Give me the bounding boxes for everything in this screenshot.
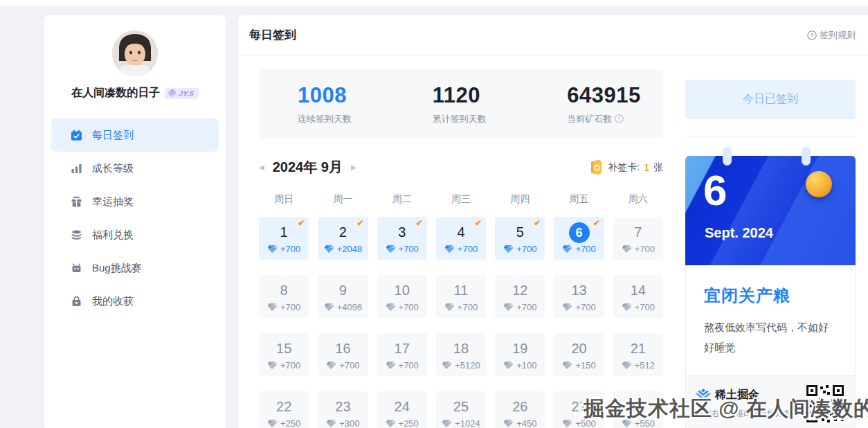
day-number: 8: [259, 280, 309, 301]
calendar-day-18[interactable]: 18+5120: [436, 333, 486, 376]
ore-gem-icon: [562, 361, 572, 370]
main-header: 每日签到 ? 签到规则: [238, 15, 868, 55]
calendar-day-28[interactable]: 28+550: [613, 391, 663, 428]
today-circle: 6: [569, 222, 590, 243]
calendar-day-24[interactable]: 24+250: [377, 391, 427, 428]
makeup-card-count: 1: [644, 162, 649, 173]
calendar-day-3[interactable]: 3✔+700: [377, 217, 427, 260]
calendar-day-12[interactable]: 12+700: [495, 275, 545, 318]
ore-gem-icon: [622, 244, 632, 253]
avatar[interactable]: [112, 30, 158, 76]
calendar-day-13[interactable]: 13+700: [554, 275, 604, 318]
calendar-day-27[interactable]: 27+500: [554, 391, 604, 428]
day-number: 21: [613, 338, 663, 359]
calendar-day-1[interactable]: 1✔+700: [259, 217, 309, 260]
sidebar-item-growth-level[interactable]: 成长等级: [51, 152, 219, 185]
panel-divider: [685, 136, 856, 136]
day-reward: +700: [259, 360, 309, 371]
info-circle-icon[interactable]: [615, 114, 624, 123]
calendar-day-16[interactable]: 16+700: [318, 333, 368, 376]
fortune-description: 熬夜低效率写代码，不如好好睡觉: [704, 318, 837, 357]
weekday-label: 周五: [554, 193, 604, 206]
calendar-day-7[interactable]: 7+700: [613, 217, 663, 260]
calendar-day-25[interactable]: 25+1024: [436, 391, 486, 428]
day-number: 14: [613, 280, 663, 301]
calendar-day-4[interactable]: 4✔+700: [436, 217, 486, 260]
prev-month-button[interactable]: ◀: [259, 164, 264, 171]
calendar-day-23[interactable]: 23+300: [318, 391, 368, 428]
check-icon: ✔: [416, 218, 423, 228]
calendar-day-14[interactable]: 14+700: [613, 275, 663, 318]
calendar-day-15[interactable]: 15+700: [259, 333, 309, 376]
calendar-day-10[interactable]: 10+700: [377, 275, 427, 318]
calendar-day-2[interactable]: 2✔+2048: [318, 217, 368, 260]
day-number: 18: [436, 338, 486, 359]
day-number: 23: [318, 396, 368, 417]
day-reward: +700: [377, 244, 427, 254]
ore-gem-icon: [267, 361, 278, 370]
calendar-day-6[interactable]: 6✔+700: [554, 217, 604, 260]
date-card: 6 Sept. 2024 宜闭关产粮 熬夜低效率写代码，不如好好睡觉 稀土掘金 …: [685, 156, 856, 428]
sidebar-item-daily-checkin[interactable]: 每日签到: [51, 118, 219, 152]
ore-gem-icon: [324, 303, 334, 312]
calendar-day-20[interactable]: 20+150: [554, 333, 604, 376]
sidebar-item-label: 我的收获: [92, 295, 134, 308]
calendar-day-19[interactable]: 19+100: [495, 333, 545, 376]
qr-code: [805, 384, 845, 424]
fortune-section: 宜闭关产粮 熬夜低效率写代码，不如好好睡觉: [685, 265, 856, 376]
weekday-label: 周日: [259, 193, 309, 206]
ore-gem-icon: [444, 244, 455, 253]
sidebar-item-welfare-exchange[interactable]: 福利兑换: [51, 218, 219, 251]
my-harvest-icon: [71, 296, 82, 307]
calendar-day-21[interactable]: 21+512: [613, 333, 663, 376]
bug-challenge-icon: [71, 262, 82, 274]
binder-ring: [802, 147, 811, 166]
makeup-card-info[interactable]: 补签卡: 1 张: [589, 159, 663, 175]
sidebar-item-label: 成长等级: [92, 162, 134, 175]
right-panel: 今日已签到 6 Sept. 2024 宜闭关产粮 熬夜低效率写代码，不如好好睡觉…: [685, 80, 856, 428]
sidebar-item-bug-challenge[interactable]: Bug挑战赛: [51, 251, 219, 285]
share-footer: 稀土掘金 扫描右侧二维码分享给好友: [685, 376, 856, 428]
juejin-logo-icon: [696, 389, 711, 402]
ore-gem-icon: [326, 361, 336, 370]
question-circle-icon: ?: [807, 30, 817, 40]
check-icon: ✔: [475, 218, 482, 228]
weekday-label: 周二: [377, 193, 427, 206]
day-reward: +700: [377, 360, 427, 371]
ore-gem-icon: [442, 419, 452, 428]
day-number: 15: [259, 338, 309, 359]
calendar-grid: 1✔+7002✔+20483✔+7004✔+7005✔+7006✔+7007+7…: [259, 217, 663, 428]
sidebar-item-label: 幸运抽奖: [92, 195, 134, 208]
day-reward: +700: [436, 244, 486, 254]
check-icon: ✔: [298, 218, 305, 228]
day-number: 13: [554, 280, 604, 301]
weekday-label: 周六: [613, 193, 663, 206]
lucky-draw-icon: [71, 196, 82, 208]
check-icon: ✔: [534, 218, 541, 228]
day-reward: +300: [318, 418, 368, 428]
day-reward: +700: [259, 302, 309, 312]
next-month-button[interactable]: ▶: [351, 164, 356, 171]
signed-today-button[interactable]: 今日已签到: [685, 80, 856, 119]
stat-ore-count: 643915 当前矿石数: [528, 83, 663, 125]
calendar-header: ◀ 2024年 9月 ▶ 补签卡: 1 张: [259, 158, 663, 177]
calendar-day-5[interactable]: 5✔+700: [495, 217, 545, 260]
day-reward: +450: [495, 418, 545, 428]
day-number: 12: [495, 280, 545, 301]
weekday-label: 周四: [495, 193, 545, 206]
calendar-day-11[interactable]: 11+700: [436, 275, 486, 318]
calendar-day-26[interactable]: 26+450: [495, 391, 545, 428]
day-reward: +700: [318, 360, 368, 371]
calendar-day-8[interactable]: 8+700: [259, 275, 309, 318]
sidebar-item-lucky-draw[interactable]: 幸运抽奖: [51, 185, 219, 218]
ore-gem-icon: [622, 303, 632, 312]
weekday-row: 周日周一周二周三周四周五周六: [259, 193, 663, 206]
calendar-day-17[interactable]: 17+700: [377, 333, 427, 376]
ore-gem-icon: [622, 419, 632, 428]
sidebar-item-my-harvest[interactable]: 我的收获: [51, 285, 219, 318]
level-badge: JY.5: [164, 88, 199, 99]
checkin-rules-link[interactable]: ? 签到规则: [807, 29, 856, 42]
calendar-day-22[interactable]: 22+250: [259, 391, 309, 428]
calendar-day-9[interactable]: 9+4096: [318, 275, 368, 318]
svg-text:?: ?: [810, 32, 813, 39]
